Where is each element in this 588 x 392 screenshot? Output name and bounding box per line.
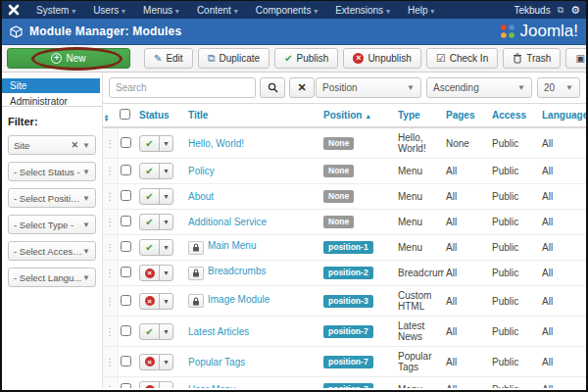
status-dropdown-button[interactable]: ▼ <box>160 324 172 339</box>
drag-handle[interactable]: ⋮ <box>103 210 118 235</box>
filter-select-4[interactable]: - Select Access -▼ <box>8 241 96 261</box>
site-preview-link[interactable]: Tekbuds <box>514 5 550 16</box>
module-title-link[interactable]: Main Menu <box>208 240 256 251</box>
status-dropdown-button[interactable]: ▼ <box>160 382 172 388</box>
row-checkbox[interactable] <box>121 137 131 148</box>
menu-item-menus[interactable]: Menus ▾ <box>134 5 188 16</box>
menu-item-components[interactable]: Components ▾ <box>247 5 327 16</box>
status-dropdown-button[interactable]: ▼ <box>160 136 172 151</box>
drag-handle[interactable]: ⋮ <box>103 159 118 184</box>
row-checkbox[interactable] <box>121 383 131 388</box>
order-by-select[interactable]: Position▼ <box>316 77 421 98</box>
drag-handle[interactable]: ⋮ <box>103 317 118 347</box>
table-row: ⋮×▼Popular Tagsposition-7Popular TagsAll… <box>103 347 586 377</box>
table-row: ⋮×▼Image Moduleposition-3Custom HTMLAllP… <box>103 286 586 317</box>
status-toggle-button[interactable]: × <box>140 266 160 280</box>
checked-out-button[interactable] <box>188 294 204 308</box>
column-header-access[interactable]: Access <box>490 104 540 127</box>
sort-handle-header[interactable]: ▴▾ <box>103 104 118 127</box>
row-checkbox[interactable] <box>121 241 131 252</box>
module-title-link[interactable]: Latest Articles <box>188 326 249 337</box>
drag-handle[interactable]: ⋮ <box>103 347 118 377</box>
status-toggle-button[interactable]: × <box>140 294 160 309</box>
menu-item-extensions[interactable]: Extensions ▾ <box>326 5 399 16</box>
gear-icon[interactable]: ⚙ <box>570 4 580 17</box>
title-cell: Popular Tags <box>186 347 321 377</box>
row-checkbox[interactable] <box>121 267 131 277</box>
module-title-link[interactable]: Policy <box>188 166 215 176</box>
filter-select-2[interactable]: - Select Position -▼ <box>8 188 96 208</box>
select-all-checkbox[interactable] <box>120 109 130 120</box>
row-checkbox[interactable] <box>121 165 131 175</box>
status-dropdown-button[interactable]: ▼ <box>160 355 172 369</box>
clear-search-button[interactable]: ✕ <box>289 77 315 98</box>
drag-handle[interactable]: ⋮ <box>103 377 118 389</box>
drag-handle[interactable]: ⋮ <box>103 235 118 261</box>
filter-select-0[interactable]: Site✕▼ <box>8 135 96 155</box>
row-checkbox[interactable] <box>121 356 131 367</box>
direction-select[interactable]: Ascending▼ <box>426 77 532 98</box>
column-header-language[interactable]: Language <box>540 104 586 127</box>
status-dropdown-button[interactable]: ▼ <box>160 189 172 204</box>
status-toggle-button[interactable]: × <box>140 355 160 369</box>
status-toggle-button[interactable]: ✔ <box>140 189 160 204</box>
batch-button[interactable]: ▣Batch <box>565 48 588 69</box>
search-input[interactable] <box>109 77 256 98</box>
search-button[interactable] <box>260 77 285 98</box>
status-dropdown-button[interactable]: ▼ <box>160 215 172 229</box>
checked-out-button[interactable] <box>188 241 204 255</box>
duplicate-button[interactable]: ⧉Duplicate <box>198 48 270 69</box>
drag-handle[interactable]: ⋮ <box>103 184 118 210</box>
column-header-title[interactable]: Title <box>186 104 321 127</box>
status-dropdown-button[interactable]: ▼ <box>160 164 172 178</box>
module-title-link[interactable]: Breadcrumbs <box>208 266 266 276</box>
chevron-down-icon: ▼ <box>565 83 573 92</box>
menu-item-content[interactable]: Content ▾ <box>188 5 247 16</box>
module-title-link[interactable]: Additional Service <box>188 217 267 227</box>
column-header-status[interactable]: Status <box>137 104 186 127</box>
checked-out-button[interactable] <box>188 267 204 280</box>
menu-item-users[interactable]: Users ▾ <box>84 5 134 16</box>
status-toggle-button[interactable]: ✔ <box>140 240 160 255</box>
unpublish-button[interactable]: ×Unpublish <box>343 48 420 69</box>
column-header-type[interactable]: Type <box>396 104 444 127</box>
module-title-link[interactable]: About <box>188 191 214 202</box>
row-checkbox[interactable] <box>121 295 131 306</box>
row-checkbox[interactable] <box>121 325 131 336</box>
status-toggle-button[interactable]: × <box>140 382 160 388</box>
status-dropdown-button[interactable]: ▼ <box>160 240 172 255</box>
module-title-link[interactable]: User Menu <box>188 384 236 388</box>
filter-select-1[interactable]: - Select Status -▼ <box>8 162 96 181</box>
menu-item-help[interactable]: Help ▾ <box>399 5 443 16</box>
status-dropdown-button[interactable]: ▼ <box>160 294 172 309</box>
status-dropdown-button[interactable]: ▼ <box>160 266 172 280</box>
status-toggle-button[interactable]: ✔ <box>140 324 160 339</box>
column-header-position[interactable]: Position ▲ <box>321 104 396 127</box>
check-icon: ✔ <box>284 54 292 64</box>
external-link-icon: ⧉ <box>558 5 564 16</box>
filter-select-5[interactable]: - Select Langu...▼ <box>8 268 96 287</box>
check-in-button[interactable]: ☑Check In <box>426 48 498 69</box>
drag-handle[interactable]: ⋮ <box>103 286 118 317</box>
row-checkbox[interactable] <box>121 190 131 201</box>
menu-item-system[interactable]: System ▾ <box>27 5 84 16</box>
status-toggle-button[interactable]: ✔ <box>140 215 160 229</box>
drag-handle[interactable]: ⋮ <box>103 127 118 159</box>
trash-button[interactable]: Trash <box>503 48 561 69</box>
new-button[interactable]: +New <box>7 48 130 69</box>
status-toggle-button[interactable]: ✔ <box>140 136 160 151</box>
drag-handle[interactable]: ⋮ <box>103 261 118 286</box>
sidebar-item-site[interactable]: Site <box>2 78 100 93</box>
clear-filter-icon[interactable]: ✕ <box>72 140 79 150</box>
row-checkbox[interactable] <box>121 216 131 226</box>
edit-button[interactable]: ✎Edit <box>144 48 193 69</box>
publish-button[interactable]: ✔Publish <box>274 48 338 69</box>
status-toggle-button[interactable]: ✔ <box>140 164 160 178</box>
filter-select-3[interactable]: - Select Type -▼ <box>8 215 96 234</box>
module-title-link[interactable]: Popular Tags <box>188 357 245 368</box>
button-label: Edit <box>166 53 182 64</box>
column-header-pages[interactable]: Pages <box>444 104 490 127</box>
module-title-link[interactable]: Image Module <box>208 294 270 305</box>
limit-select[interactable]: 20▼ <box>537 77 580 98</box>
module-title-link[interactable]: Hello, World! <box>188 138 244 149</box>
